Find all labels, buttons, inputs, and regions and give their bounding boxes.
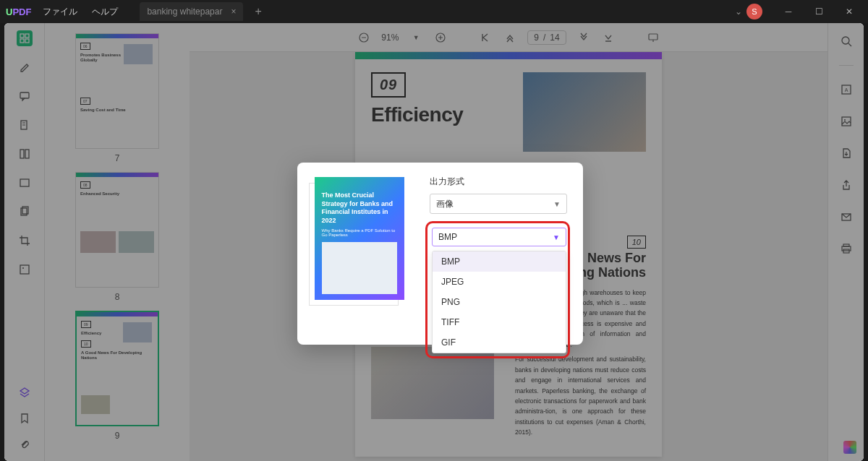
comment-tool-icon[interactable] [17,88,33,104]
thumbnail-page-9[interactable]: 09 Efficiency 10 A Good News For Develop… [59,311,175,441]
svg-text:A: A [844,87,848,92]
svg-rect-0 [20,34,24,38]
svg-rect-1 [25,34,29,38]
format-option-gif[interactable]: GIF [433,332,566,353]
format-highlight-box: BMP ▼ BMP JPEG PNG TIFF GIF [425,221,570,358]
zoom-dropdown-icon[interactable]: ▼ [409,30,423,45]
print-icon[interactable] [838,241,854,257]
app-logo: UPDF [6,7,31,17]
svg-rect-2 [20,39,24,43]
svg-line-23 [848,43,851,46]
format-option-tiff[interactable]: TIFF [433,312,566,332]
thumbnail-page-7[interactable]: 06 Promotes Business Globally 07 Saving … [59,33,175,163]
menu-help[interactable]: ヘルプ [92,6,118,18]
organize-tool-icon[interactable] [17,146,33,162]
close-button[interactable]: ✕ [836,3,862,20]
preview-doc-title: The Most Crucial Strategy for Banks and … [322,191,397,225]
minimize-button[interactable]: ─ [775,3,801,20]
svg-rect-9 [25,150,29,158]
color-tool-icon[interactable] [843,441,856,454]
search-icon[interactable] [838,33,854,49]
protect-tool-icon[interactable] [17,175,33,191]
form-tool-icon[interactable] [17,262,33,277]
chevron-down-icon: ▼ [553,200,561,208]
svg-rect-10 [20,179,29,186]
current-page: 9 [534,33,539,43]
zoom-in-button[interactable] [433,30,448,45]
bookmark-icon[interactable] [17,410,33,426]
thumbnail-label: 9 [59,431,175,441]
export-image-icon[interactable] [838,113,854,129]
total-pages: 14 [550,33,559,43]
sidebar-right: A [827,23,864,461]
document-tab[interactable]: banking whitepapar × [140,2,243,21]
svg-rect-20 [649,34,658,40]
email-icon[interactable] [838,209,854,225]
svg-rect-13 [20,265,29,274]
next-page-button[interactable] [576,30,591,45]
page-text-right-2: For successful development and sustainab… [515,354,646,438]
output-format-label: 出力形式 [430,176,570,188]
user-avatar[interactable]: S [746,4,762,20]
attachment-icon[interactable] [17,436,33,452]
svg-point-14 [22,267,24,269]
zoom-out-button[interactable] [357,30,371,45]
first-page-button[interactable] [478,30,493,45]
output-type-select[interactable]: 画像 ▼ [430,194,567,214]
svg-rect-3 [25,39,29,43]
menu-file[interactable]: ファイル [43,6,77,18]
zoom-level: 91% [381,33,399,43]
thumbnails-panel[interactable]: 06 Promotes Business Globally 07 Saving … [45,23,190,461]
page-indicator[interactable]: 9 / 14 [527,30,566,45]
chapter-number: 09 [371,72,406,98]
preview-doc-subtitle: Why Banks Require a PDF Solution to Go P… [322,228,397,237]
thumbnail-label: 7 [59,153,175,163]
edit-tool-icon[interactable] [17,59,33,75]
export-preview: The Most Crucial Strategy for Banks and … [297,163,422,345]
page-image [523,72,646,152]
format-option-jpeg[interactable]: JPEG [433,272,566,292]
window-controls: ⌄ S ─ ☐ ✕ [735,3,862,20]
presentation-button[interactable] [646,30,660,45]
maximize-button[interactable]: ☐ [806,3,832,20]
layers-icon[interactable] [17,384,33,400]
chevron-down-icon[interactable]: ⌄ [735,7,742,17]
format-option-png[interactable]: PNG [433,292,566,312]
document-toolbar: 91% ▼ 9 / 14 [190,23,827,52]
tab-title: banking whitepapar [147,7,222,17]
sub-chapter-number: 10 [627,236,646,249]
image-format-dropdown: BMP JPEG PNG TIFF GIF [432,251,566,353]
thumbnails-tool-icon[interactable] [17,30,33,46]
chevron-down-icon: ▼ [553,233,560,241]
format-option-bmp[interactable]: BMP [433,251,566,272]
svg-point-22 [842,37,849,44]
export-modal: The Most Crucial Strategy for Banks and … [297,163,583,345]
export-file-icon[interactable] [838,145,854,161]
sidebar-left [4,23,45,461]
page-tool-icon[interactable] [17,117,33,133]
app-body: 06 Promotes Business Globally 07 Saving … [4,23,864,461]
thumbnail-page-8[interactable]: 08 Enhanced Security 8 [59,172,175,302]
titlebar: UPDF ファイル ヘルプ banking whitepapar × + ⌄ S… [0,0,868,23]
svg-rect-8 [20,150,24,158]
crop-tool-icon[interactable] [17,233,33,249]
last-page-button[interactable] [601,30,616,45]
svg-point-27 [844,119,846,121]
copy-tool-icon[interactable] [17,204,33,220]
image-format-select[interactable]: BMP ▼ [432,228,566,246]
new-tab-button[interactable]: + [255,5,261,18]
ocr-icon[interactable]: A [838,82,854,98]
share-icon[interactable] [838,177,854,193]
thumbnail-label: 8 [59,292,175,302]
prev-page-button[interactable] [503,30,517,45]
svg-rect-4 [20,92,29,98]
tab-close-icon[interactable]: × [231,7,236,17]
